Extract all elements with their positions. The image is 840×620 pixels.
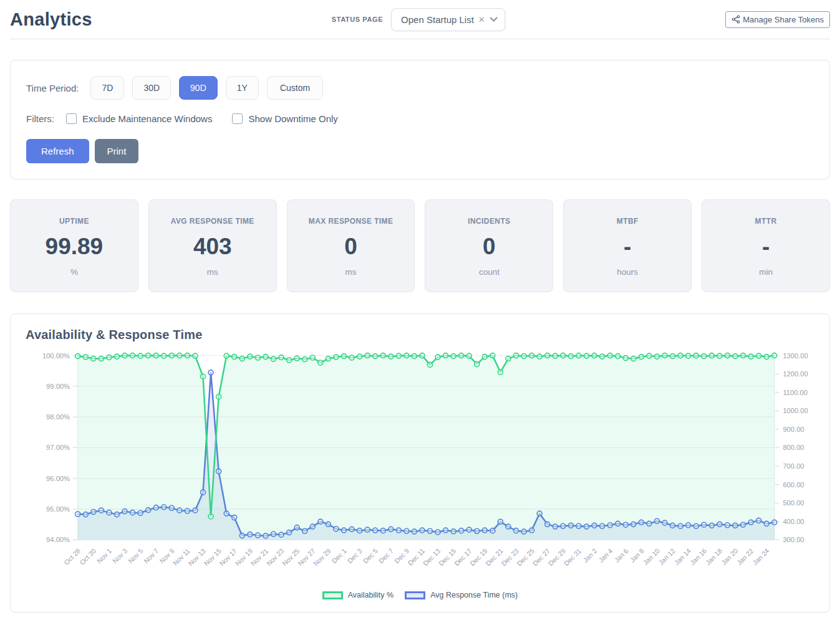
stat-card-max-response: MAX RESPONSE TIME 0 ms xyxy=(287,199,415,292)
stats-row: UPTIME 99.89 % AVG RESPONSE TIME 403 ms … xyxy=(10,199,830,292)
header-divider xyxy=(10,39,830,39)
clear-selection-icon[interactable]: ✕ xyxy=(478,16,485,24)
exclude-maintenance-checkbox[interactable] xyxy=(66,113,77,124)
show-downtime-label: Show Downtime Only xyxy=(248,113,337,124)
filters-row: Filters: Exclude Maintenance Windows Sho… xyxy=(26,113,814,124)
exclude-maintenance-label: Exclude Maintenance Windows xyxy=(82,113,212,124)
stat-card-incidents: INCIDENTS 0 count xyxy=(425,199,553,292)
svg-text:95.00%: 95.00% xyxy=(46,505,70,513)
period-button-30d[interactable]: 30D xyxy=(132,76,171,100)
svg-text:Jan 18: Jan 18 xyxy=(704,547,723,566)
svg-text:1300.00: 1300.00 xyxy=(783,352,808,360)
status-page-dropdown[interactable]: Open Startup List ✕ xyxy=(391,8,505,31)
analytics-page: Analytics STATUS PAGE Open Startup List … xyxy=(0,0,840,620)
stat-label: UPTIME xyxy=(16,217,133,226)
period-button-1y[interactable]: 1Y xyxy=(226,76,259,100)
svg-text:Dec 1: Dec 1 xyxy=(330,547,347,565)
chevron-down-icon xyxy=(490,17,498,22)
svg-text:Jan 16: Jan 16 xyxy=(688,547,708,566)
stat-label: MTBF xyxy=(569,217,686,226)
availability-response-chart[interactable]: 100.00%99.00%98.00%97.00%96.00%95.00%94.… xyxy=(26,347,814,589)
svg-text:Nov 1: Nov 1 xyxy=(95,547,113,565)
stat-unit: count xyxy=(430,267,548,277)
stat-label: AVG RESPONSE TIME xyxy=(154,217,271,226)
chart-title: Availability & Response Time xyxy=(26,328,814,342)
page-title: Analytics xyxy=(10,9,92,30)
svg-text:1200.00: 1200.00 xyxy=(783,370,808,378)
status-page-value: Open Startup List xyxy=(401,14,474,25)
stat-label: MTTR xyxy=(707,217,824,226)
period-button-custom[interactable]: Custom xyxy=(267,76,323,100)
status-page-label: STATUS PAGE xyxy=(332,16,383,23)
svg-text:94.00%: 94.00% xyxy=(46,536,70,543)
legend-label: Availability % xyxy=(348,591,393,599)
actions-row: Refresh Print xyxy=(26,139,814,163)
filter-panel: Time Period: 7D 30D 90D 1Y Custom Filter… xyxy=(10,60,830,179)
svg-text:Dec 31: Dec 31 xyxy=(562,547,582,567)
share-icon xyxy=(731,15,740,24)
stat-unit: hours xyxy=(569,267,686,277)
svg-text:Jan 6: Jan 6 xyxy=(613,547,630,564)
svg-text:Jan 12: Jan 12 xyxy=(657,547,677,566)
filters-label: Filters: xyxy=(26,113,54,124)
svg-text:1100.00: 1100.00 xyxy=(783,389,808,396)
response-time-swatch xyxy=(405,591,425,599)
svg-text:Jan 2: Jan 2 xyxy=(581,547,598,564)
show-downtime-checkbox-item: Show Downtime Only xyxy=(232,113,337,124)
exclude-maintenance-checkbox-item: Exclude Maintenance Windows xyxy=(66,113,212,124)
svg-text:500.00: 500.00 xyxy=(783,499,804,507)
svg-text:Jan 24: Jan 24 xyxy=(751,547,770,566)
svg-text:900.00: 900.00 xyxy=(783,426,804,433)
print-button[interactable]: Print xyxy=(95,139,139,163)
stat-card-mttr: MTTR - min xyxy=(702,199,830,292)
manage-share-tokens-button[interactable]: Manage Share Tokens xyxy=(725,11,830,28)
stat-value: 0 xyxy=(430,234,548,260)
stat-value: 0 xyxy=(292,234,410,260)
stat-unit: min xyxy=(707,267,824,277)
stat-card-avg-response: AVG RESPONSE TIME 403 ms xyxy=(148,199,277,292)
page-header: Analytics STATUS PAGE Open Startup List … xyxy=(10,0,830,39)
svg-text:1000.00: 1000.00 xyxy=(783,407,808,414)
stat-unit: ms xyxy=(292,267,410,277)
svg-text:Oct 28: Oct 28 xyxy=(62,547,82,566)
refresh-button[interactable]: Refresh xyxy=(26,139,89,163)
svg-text:Dec 7: Dec 7 xyxy=(377,547,395,565)
svg-text:Jan 10: Jan 10 xyxy=(642,547,661,566)
legend-item-availability: Availability % xyxy=(322,591,393,599)
svg-text:98.00%: 98.00% xyxy=(46,413,70,421)
stat-unit: % xyxy=(16,267,133,277)
period-button-7d[interactable]: 7D xyxy=(90,76,124,100)
chart-legend: Availability % Avg Response Time (ms) xyxy=(26,589,814,606)
period-button-90d[interactable]: 90D xyxy=(179,76,218,100)
svg-text:Nov 3: Nov 3 xyxy=(111,547,128,565)
chart-panel: Availability & Response Time 100.00%99.0… xyxy=(10,313,830,613)
stat-card-mtbf: MTBF - hours xyxy=(563,199,692,292)
svg-text:600.00: 600.00 xyxy=(783,481,804,489)
svg-text:Oct 30: Oct 30 xyxy=(78,547,97,566)
time-period-row: Time Period: 7D 30D 90D 1Y Custom xyxy=(26,76,814,100)
stat-card-uptime: UPTIME 99.89 % xyxy=(10,199,138,292)
svg-text:Nov 7: Nov 7 xyxy=(142,547,160,565)
svg-text:Jan 14: Jan 14 xyxy=(673,547,692,566)
svg-text:Jan 20: Jan 20 xyxy=(720,547,739,566)
svg-text:97.00%: 97.00% xyxy=(46,444,70,451)
svg-text:Jan 4: Jan 4 xyxy=(597,547,614,564)
stat-value: 403 xyxy=(154,234,271,260)
svg-text:300.00: 300.00 xyxy=(783,536,804,543)
svg-text:400.00: 400.00 xyxy=(783,518,804,525)
legend-label: Avg Response Time (ms) xyxy=(430,591,518,599)
svg-text:96.00%: 96.00% xyxy=(46,475,70,482)
availability-swatch xyxy=(322,591,343,599)
svg-text:700.00: 700.00 xyxy=(783,462,804,470)
manage-share-tokens-label: Manage Share Tokens xyxy=(743,15,824,24)
svg-text:800.00: 800.00 xyxy=(783,444,804,451)
stat-value: - xyxy=(707,234,824,260)
legend-item-response-time: Avg Response Time (ms) xyxy=(405,591,518,599)
show-downtime-checkbox[interactable] xyxy=(232,113,243,124)
status-page-selector: STATUS PAGE Open Startup List ✕ xyxy=(332,8,505,31)
stat-label: INCIDENTS xyxy=(430,217,548,226)
svg-text:Jan 22: Jan 22 xyxy=(735,547,755,566)
stat-value: - xyxy=(569,234,686,260)
svg-text:Dec 3: Dec 3 xyxy=(346,547,364,565)
svg-text:Dec 5: Dec 5 xyxy=(362,547,379,565)
